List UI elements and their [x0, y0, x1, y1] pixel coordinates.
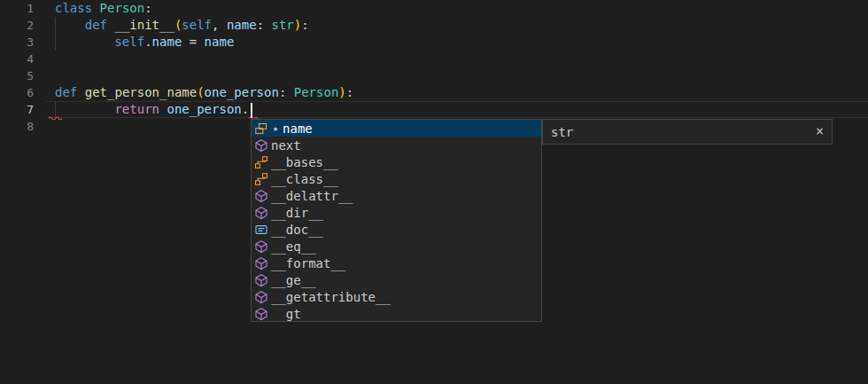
- suggestion-label: __doc__: [271, 223, 323, 237]
- suggestion-item[interactable]: __class__: [252, 170, 541, 187]
- suggestion-label: __gt__: [271, 307, 316, 321]
- suggestion-item[interactable]: __delattr__: [252, 187, 541, 204]
- symbol-method-icon: [254, 290, 268, 304]
- code-line[interactable]: return one_person.: [55, 101, 249, 118]
- text-cursor: [251, 103, 252, 118]
- code-token: :: [346, 85, 353, 99]
- code-token: :: [144, 1, 151, 15]
- line-number: 2: [21, 17, 34, 34]
- suggestion-label: __dir__: [271, 206, 323, 220]
- code-token: one_person: [205, 85, 279, 99]
- suggestion-label: __format__: [271, 256, 345, 270]
- code-token: :: [279, 85, 294, 99]
- suggestion-item[interactable]: __eq__: [252, 238, 541, 255]
- code-token: (: [197, 85, 204, 99]
- code-token: ): [294, 18, 301, 32]
- code-line[interactable]: self.name = name: [55, 34, 234, 51]
- code-token: one_person: [167, 102, 241, 116]
- code-token: str: [271, 18, 293, 32]
- code-line[interactable]: def get_person_name(one_person: Person):: [55, 84, 353, 101]
- code-token: [55, 35, 114, 49]
- code-editor[interactable]: 12345678 class Person: def __init__(self…: [0, 0, 868, 384]
- code-token: [92, 1, 99, 15]
- line-number: 5: [21, 67, 34, 84]
- code-token: name: [205, 35, 235, 49]
- code-token: name: [227, 18, 257, 32]
- suggestion-item[interactable]: __format__: [252, 255, 541, 271]
- suggestion-label: __delattr__: [271, 189, 353, 203]
- code-token: __init__: [114, 18, 174, 32]
- suggestion-label: __ge__: [271, 273, 316, 287]
- line-number: 1: [21, 0, 34, 17]
- code-token: get_person_name: [85, 85, 197, 99]
- symbol-method-icon: [254, 273, 268, 287]
- code-token: ,: [212, 18, 227, 32]
- suggestion-label: __getattribute__: [271, 290, 391, 304]
- suggestion-detail-panel: str ×: [542, 119, 833, 145]
- code-token: def: [55, 85, 77, 99]
- code-token: :: [301, 18, 308, 32]
- code-token: Person: [100, 1, 145, 15]
- preselect-star-icon: ★: [273, 120, 278, 137]
- line-number: 4: [21, 51, 34, 67]
- error-squiggle: [49, 115, 62, 120]
- code-token: [55, 102, 114, 116]
- suggestion-item[interactable]: __gt__: [252, 305, 541, 322]
- symbol-field-icon: [254, 121, 268, 136]
- symbol-method-icon: [254, 256, 268, 270]
- line-number: 7: [21, 101, 34, 118]
- autocomplete-dropdown: ★namenext__bases____class____delattr____…: [251, 119, 542, 322]
- symbol-method-icon: [254, 138, 268, 153]
- symbol-constant-icon: [254, 223, 268, 237]
- suggestion-label: name: [283, 121, 313, 136]
- code-token: name: [152, 35, 182, 49]
- code-token: Person: [294, 85, 339, 99]
- code-token: ): [338, 85, 345, 99]
- symbol-method-icon: [254, 239, 268, 254]
- code-token: return: [114, 102, 159, 116]
- symbol-method-icon: [254, 189, 268, 203]
- code-token: self: [114, 35, 144, 49]
- suggestion-label: __eq__: [271, 239, 316, 254]
- code-line[interactable]: class Person:: [55, 0, 152, 17]
- symbol-class-icon: [254, 172, 268, 186]
- code-token: .: [242, 102, 249, 116]
- line-number: 3: [21, 34, 34, 51]
- suggestion-item[interactable]: __ge__: [252, 271, 541, 288]
- suggestion-label: __class__: [271, 172, 338, 186]
- suggestion-label: __bases__: [271, 155, 338, 169]
- suggestion-item[interactable]: __getattribute__: [252, 288, 541, 305]
- suggestion-item[interactable]: __doc__: [252, 221, 541, 238]
- line-number: 8: [21, 118, 34, 135]
- suggestion-detail-text: str: [551, 125, 573, 139]
- code-token: self: [182, 18, 212, 32]
- suggestion-item[interactable]: ★name: [252, 120, 541, 137]
- close-icon[interactable]: ×: [816, 125, 824, 138]
- code-token: =: [182, 35, 204, 49]
- code-token: .: [144, 35, 151, 49]
- suggestion-item[interactable]: __dir__: [252, 204, 541, 221]
- symbol-method-icon: [254, 206, 268, 220]
- code-line[interactable]: def __init__(self, name: str):: [55, 17, 309, 34]
- suggestion-label: next: [271, 138, 301, 153]
- line-number: 6: [21, 84, 34, 101]
- code-token: [77, 85, 84, 99]
- code-token: [55, 18, 85, 32]
- symbol-method-icon: [254, 307, 268, 321]
- suggestion-item[interactable]: next: [252, 137, 541, 153]
- code-token: :: [257, 18, 272, 32]
- suggestion-item[interactable]: __bases__: [252, 153, 541, 170]
- symbol-class-icon: [254, 155, 268, 169]
- code-token: class: [55, 1, 92, 15]
- code-token: def: [85, 18, 107, 32]
